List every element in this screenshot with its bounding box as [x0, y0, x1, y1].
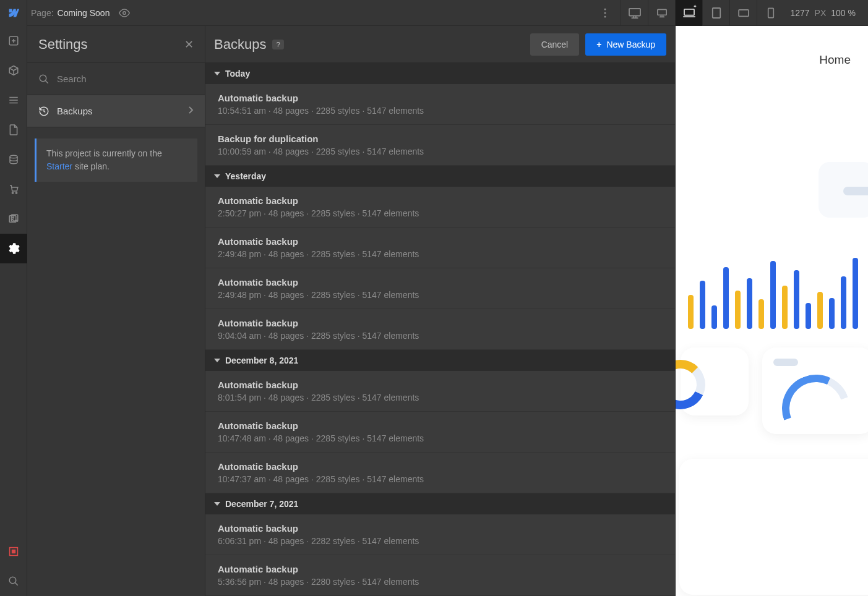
rail-item-assets[interactable]: [0, 204, 27, 234]
backup-item[interactable]: Automatic backup2:50:27 pm · 48 pages · …: [205, 187, 675, 228]
backup-item[interactable]: Automatic backup10:47:37 am · 48 pages ·…: [205, 453, 675, 493]
backup-list[interactable]: TodayAutomatic backup10:54:51 am · 48 pa…: [205, 63, 675, 596]
webflow-logo[interactable]: [0, 0, 27, 26]
svg-point-3: [604, 15, 606, 17]
rail-item-search[interactable]: [0, 566, 27, 596]
backup-item[interactable]: Automatic backup5:36:56 pm · 48 pages · …: [205, 555, 675, 596]
backup-item-title: Automatic backup: [218, 523, 663, 534]
settings-nav-backups[interactable]: Backups: [27, 95, 205, 127]
svg-point-12: [12, 192, 13, 194]
svg-rect-18: [12, 550, 15, 553]
group-label: December 7, 2021: [225, 499, 298, 509]
backup-group-header[interactable]: December 7, 2021: [205, 493, 675, 514]
close-icon[interactable]: ✕: [184, 38, 194, 51]
viewport-px-value: 1277: [790, 8, 809, 18]
backup-item-meta: 8:01:54 pm · 48 pages · 2285 styles · 51…: [218, 393, 663, 402]
backup-item-title: Automatic backup: [218, 420, 663, 431]
rail-item-ecommerce[interactable]: [0, 174, 27, 204]
device-desktop-large[interactable]: [621, 0, 648, 26]
page-label: Page:: [31, 8, 54, 18]
preview-donut-1: [681, 347, 749, 415]
group-label: December 8, 2021: [225, 355, 298, 365]
svg-rect-8: [739, 9, 749, 16]
more-icon[interactable]: [596, 8, 614, 18]
preview-donut-2: [762, 347, 868, 434]
backup-item-title: Automatic backup: [218, 93, 663, 103]
topbar: Page: Coming Soon ✦ 1277 PX 100 %: [0, 0, 868, 26]
backup-item[interactable]: Automatic backup10:54:51 am · 48 pages ·…: [205, 84, 675, 125]
search-input[interactable]: [57, 74, 194, 84]
backup-group-header[interactable]: December 8, 2021: [205, 350, 675, 371]
preview-line-widget: [679, 459, 868, 595]
backup-item-meta: 2:49:48 pm · 48 pages · 2285 styles · 51…: [218, 249, 663, 259]
search-row[interactable]: [27, 63, 205, 95]
backup-item-title: Automatic backup: [218, 236, 663, 247]
nav-home[interactable]: Home: [819, 53, 851, 67]
svg-point-20: [40, 75, 46, 82]
star-icon: ✦: [693, 4, 697, 9]
search-icon: [38, 74, 49, 85]
backup-item[interactable]: Automatic backup8:01:54 pm · 48 pages · …: [205, 371, 675, 412]
left-rail: [0, 26, 27, 596]
help-icon[interactable]: ?: [272, 40, 283, 49]
backup-group-header[interactable]: Today: [205, 63, 675, 84]
rail-item-settings[interactable]: [0, 234, 27, 263]
preview-bars: [688, 255, 868, 329]
backup-item-title: Automatic backup: [218, 318, 663, 328]
backup-item-title: Backup for duplication: [218, 134, 663, 144]
rail-item-audit[interactable]: [0, 537, 27, 566]
group-label: Yesterday: [225, 171, 266, 181]
device-desktop[interactable]: [648, 0, 675, 26]
rail-item-cms[interactable]: [0, 145, 27, 174]
backup-item-meta: 10:47:48 am · 48 pages · 2285 styles · 5…: [218, 433, 663, 443]
plan-link[interactable]: Starter: [46, 161, 72, 171]
plan-note: This project is currently on the Starter…: [35, 138, 197, 182]
eye-icon[interactable]: [118, 7, 131, 19]
svg-point-0: [123, 11, 126, 14]
rail-item-pages[interactable]: [0, 115, 27, 145]
backup-item-title: Automatic backup: [218, 380, 663, 390]
svg-point-2: [604, 12, 606, 14]
px-label: PX: [815, 8, 827, 18]
cancel-button[interactable]: Cancel: [530, 33, 580, 56]
backup-item[interactable]: Automatic backup9:04:04 am · 48 pages · …: [205, 309, 675, 350]
backup-item-meta: 2:49:48 pm · 48 pages · 2285 styles · 51…: [218, 290, 663, 300]
settings-header: Settings ✕: [27, 26, 205, 63]
new-backup-label: New Backup: [606, 40, 655, 49]
zoom-value: 100 %: [831, 8, 856, 18]
backup-item[interactable]: Backup for duplication10:00:59 am · 48 p…: [205, 125, 675, 166]
plan-note-suffix: site plan.: [72, 161, 110, 171]
device-laptop[interactable]: ✦: [675, 0, 702, 26]
backup-item[interactable]: Automatic backup10:47:48 am · 48 pages ·…: [205, 412, 675, 453]
backup-item[interactable]: Automatic backup6:06:31 pm · 48 pages · …: [205, 514, 675, 555]
backup-item-meta: 5:36:56 pm · 48 pages · 2280 styles · 51…: [218, 577, 663, 587]
svg-rect-9: [768, 8, 774, 17]
canvas-preview[interactable]: Home: [676, 26, 868, 596]
rail-item-add[interactable]: [0, 26, 27, 56]
chevron-down-icon: [214, 72, 220, 75]
svg-point-13: [15, 192, 17, 194]
svg-point-1: [604, 8, 606, 10]
new-backup-button[interactable]: + New Backup: [585, 33, 666, 56]
webflow-icon: [7, 6, 20, 20]
backup-group-header[interactable]: Yesterday: [205, 166, 675, 187]
page-name[interactable]: Coming Soon: [58, 8, 110, 18]
rail-item-3d[interactable]: [0, 56, 27, 85]
device-tablet[interactable]: [702, 0, 729, 26]
svg-point-11: [10, 155, 17, 158]
backup-item-meta: 10:00:59 am · 48 pages · 2285 styles · 5…: [218, 147, 663, 156]
svg-point-16: [12, 217, 14, 218]
backup-item[interactable]: Automatic backup2:49:48 pm · 48 pages · …: [205, 268, 675, 309]
backup-item-meta: 6:06:31 pm · 48 pages · 2282 styles · 51…: [218, 536, 663, 546]
viewport-size[interactable]: 1277 PX 100 %: [790, 8, 868, 18]
rail-item-navigator[interactable]: [0, 85, 27, 115]
device-mobile[interactable]: [757, 0, 784, 26]
group-label: Today: [225, 69, 250, 79]
device-tablet-landscape[interactable]: [729, 0, 757, 26]
backup-item[interactable]: Automatic backup2:49:48 pm · 48 pages · …: [205, 228, 675, 268]
history-icon: [38, 106, 49, 117]
backup-item-title: Automatic backup: [218, 564, 663, 574]
backup-item-title: Automatic backup: [218, 277, 663, 287]
chevron-down-icon: [214, 174, 220, 178]
chevron-right-icon: [187, 106, 194, 116]
